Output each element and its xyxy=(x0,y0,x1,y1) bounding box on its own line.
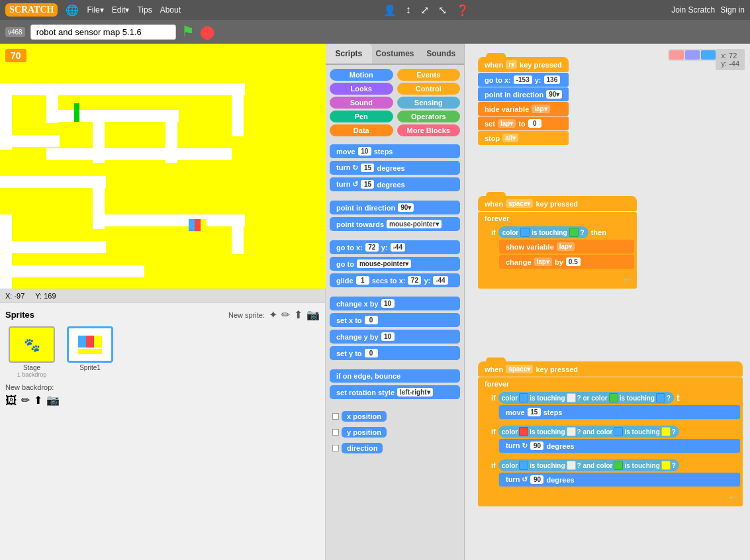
main-area: 70 xyxy=(0,44,750,560)
reporter-x-position[interactable]: x position xyxy=(342,411,387,422)
robot-sprite xyxy=(189,219,207,231)
help-icon[interactable]: ❓ xyxy=(456,4,469,17)
block-move-15[interactable]: move 15 steps xyxy=(499,405,740,419)
block-if-on-edge[interactable]: if on edge, bounce xyxy=(330,369,460,383)
block-goto-xy[interactable]: go to x: 72 y: -44 xyxy=(330,240,460,254)
join-scratch-link[interactable]: Join Scratch xyxy=(671,5,715,15)
block-change-x[interactable]: change x by 10 xyxy=(330,297,460,310)
block-move-steps[interactable]: move 10 steps xyxy=(330,144,460,158)
block-stop-all[interactable]: stop all▾ xyxy=(478,131,569,145)
block-change-y[interactable]: change y by 10 xyxy=(330,330,460,344)
block-set-lap-0[interactable]: set lap▾ to 0 xyxy=(478,117,569,130)
block-point-direction[interactable]: point in direction 90▾ xyxy=(330,201,460,214)
checkbox-direction[interactable]: direction xyxy=(330,442,460,455)
block-set-x[interactable]: set x to 0 xyxy=(330,313,460,327)
fullscreen-icon[interactable]: ⤢ xyxy=(420,4,429,17)
category-motion[interactable]: Motion xyxy=(330,69,393,81)
stage-area: 70 xyxy=(0,44,326,560)
block-if-or-touching[interactable]: if color is touching ? or color is touch… xyxy=(489,389,743,422)
script-group-3: when space▾ key pressed forever if color… xyxy=(478,361,743,506)
block-set-y[interactable]: set y to 0 xyxy=(330,346,460,360)
block-glide[interactable]: glide 1 secs to x: 72 y: -44 xyxy=(330,273,460,287)
menu-about[interactable]: About xyxy=(160,5,181,15)
stage-y-coord: Y: 169 xyxy=(35,292,56,300)
hat-when-space-key-2[interactable]: when space▾ key pressed xyxy=(478,361,743,377)
add-sprite-icon[interactable]: 👤 xyxy=(383,4,397,17)
block-point-towards[interactable]: point towards mouse-pointer▾ xyxy=(330,217,460,231)
block-if-color-touching[interactable]: if color is touching ? then show variabl… xyxy=(489,224,637,271)
palette-pink xyxy=(669,50,684,60)
category-events[interactable]: Events xyxy=(397,69,461,81)
category-data[interactable]: Data xyxy=(330,124,393,136)
block-if-and-turn-right[interactable]: if color is touching ? and color is touc… xyxy=(489,423,743,455)
stop-button[interactable]: ⬤ xyxy=(200,24,214,40)
camera-sprite-icon[interactable]: 📷 xyxy=(306,308,320,321)
hat-when-space-key-1[interactable]: when space▾ key pressed xyxy=(478,196,637,211)
hat-when-r-key[interactable]: when r▾ key pressed xyxy=(478,57,569,72)
upload-sprite-icon[interactable]: ⬆ xyxy=(294,308,303,321)
block-change-lap[interactable]: change lap▾ by 0.5 xyxy=(499,255,634,269)
block-turn-cw[interactable]: turn ↻ 15 degrees xyxy=(330,161,460,175)
condition-color-and-2: color is touching ? and color is touchin… xyxy=(498,459,679,471)
scratch-logo[interactable]: SCRATCH xyxy=(5,3,58,17)
scripts-panel: Scripts Costumes Sounds Motion Events Lo… xyxy=(326,44,465,560)
camera-backdrop-icon[interactable]: 📷 xyxy=(46,394,60,408)
upload-backdrop-icon[interactable]: ⬆ xyxy=(34,394,42,408)
condition-color-or: color is touching ? or color is touching… xyxy=(498,392,674,404)
category-looks[interactable]: Looks xyxy=(330,83,393,95)
menubar: SCRATCH 🌐 File▾ Edit▾ Tips About 👤 ↕ ⤢ ⤡… xyxy=(0,0,750,20)
sprite-item-sprite1[interactable]: Sprite1 xyxy=(64,326,117,378)
new-sprite-label: New sprite: xyxy=(228,311,265,319)
category-sensing[interactable]: Sensing xyxy=(397,97,461,109)
sprite-item-stage[interactable]: 🐾 Stage 1 backdrop xyxy=(5,326,58,378)
theater-icon[interactable]: ⤡ xyxy=(438,4,447,17)
category-operators[interactable]: Operators xyxy=(397,111,461,122)
block-hide-variable-lap[interactable]: hide variable lap▾ xyxy=(478,102,569,116)
sprites-title: Sprites xyxy=(5,310,34,320)
edit-backdrop-icon[interactable]: ✏ xyxy=(21,394,30,408)
category-pen[interactable]: Pen xyxy=(330,111,393,122)
sign-in-link[interactable]: Sign in xyxy=(720,5,745,15)
menu-file[interactable]: File▾ xyxy=(87,5,103,15)
paint-backdrop-icon[interactable]: 🖼 xyxy=(5,394,17,408)
block-forever-2[interactable]: forever if color is touching ? or color … xyxy=(478,377,743,506)
tab-scripts[interactable]: Scripts xyxy=(326,44,372,64)
reporter-direction[interactable]: direction xyxy=(342,443,383,453)
block-rotation-style[interactable]: set rotation style left-right▾ xyxy=(330,385,460,399)
category-control[interactable]: Control xyxy=(397,83,461,95)
block-goto[interactable]: go to mouse-pointer▾ xyxy=(330,257,460,271)
block-show-var-lap[interactable]: show variable lap▾ xyxy=(499,240,634,254)
block-if-and-turn-left[interactable]: if color is touching ? and color is touc… xyxy=(489,457,743,489)
tab-costumes[interactable]: Costumes xyxy=(372,44,418,64)
green-flag-button[interactable]: ⚑ xyxy=(181,23,195,40)
check-x-pos[interactable] xyxy=(332,413,339,420)
checkbox-x-position[interactable]: x position xyxy=(330,410,460,423)
stage-thumbnail: 🐾 xyxy=(9,326,55,363)
sprite-counter: v468 xyxy=(5,27,25,37)
add-costume-icon[interactable]: ↕ xyxy=(406,4,411,17)
score-display: 70 xyxy=(5,49,26,62)
check-y-pos[interactable] xyxy=(332,429,339,436)
category-sound[interactable]: Sound xyxy=(330,97,393,109)
edit-sprite-icon[interactable]: ✏ xyxy=(281,308,290,321)
sprite1-label: Sprite1 xyxy=(64,364,117,371)
checkbox-y-position[interactable]: y position xyxy=(330,426,460,439)
menu-edit[interactable]: Edit▾ xyxy=(112,5,130,15)
block-forever-1[interactable]: forever if color is touching ? then show… xyxy=(478,212,637,289)
scripting-area[interactable]: x: 72y: -44 when r▾ key pressed go to x:… xyxy=(465,44,750,560)
block-turn-left-90[interactable]: turn ↺ 90 degrees xyxy=(499,473,740,487)
check-direction[interactable] xyxy=(332,445,339,451)
block-turn-right-90[interactable]: turn ↻ 90 degrees xyxy=(499,439,740,453)
block-point-90[interactable]: point in direction 90▾ xyxy=(478,87,569,101)
tab-sounds[interactable]: Sounds xyxy=(418,44,464,64)
block-goto-start[interactable]: go to x: -153 y: 136 xyxy=(478,73,569,87)
menu-tips[interactable]: Tips xyxy=(137,5,152,15)
sprites-panel: Sprites New sprite: ✦ ✏ ⬆ 📷 🐾 xyxy=(0,303,325,560)
stage-canvas[interactable]: 70 xyxy=(0,44,326,289)
project-name-input[interactable]: robot and sensor map 5.1.6 xyxy=(30,24,176,40)
paint-sprite-icon[interactable]: ✦ xyxy=(269,308,277,321)
globe-icon[interactable]: 🌐 xyxy=(66,4,79,17)
reporter-y-position[interactable]: y position xyxy=(342,427,387,438)
category-more-blocks[interactable]: More Blocks xyxy=(397,124,461,136)
block-turn-ccw[interactable]: turn ↺ 15 degrees xyxy=(330,177,460,191)
